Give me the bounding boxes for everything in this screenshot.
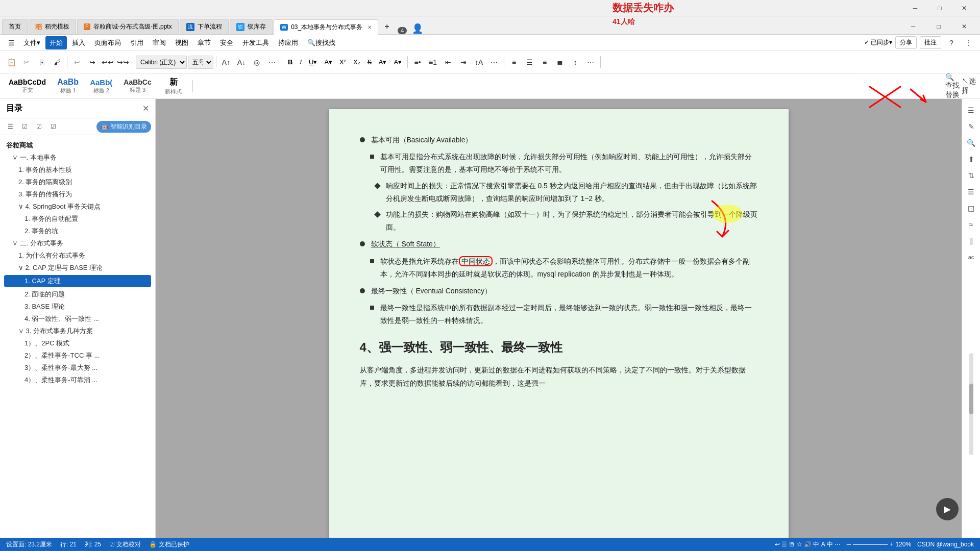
indent-right-btn[interactable]: ⇥ xyxy=(456,55,471,69)
help-btn[interactable]: ? xyxy=(944,36,959,50)
toc-item-basic-nature[interactable]: 1. 事务的基本性质 xyxy=(0,164,155,176)
menu-review[interactable]: 审阅 xyxy=(149,36,170,49)
toc-item-propagation[interactable]: 3. 事务的传播行为 xyxy=(0,188,155,201)
toc-item-cap[interactable]: 1. CAP 定理 xyxy=(4,275,151,287)
menu-dev[interactable]: 开发工具 xyxy=(238,36,273,49)
tab-current[interactable]: W 03_本地事务与分布式事务 ✕ xyxy=(274,19,378,35)
min-btn[interactable]: ─ xyxy=(901,19,925,34)
toc-check2-btn[interactable]: ☑ xyxy=(33,120,45,133)
sidebar-close-btn[interactable]: ✕ xyxy=(142,104,149,113)
menu-ref[interactable]: 引用 xyxy=(126,36,148,49)
tab-current-close[interactable]: ✕ xyxy=(368,24,372,30)
redo2-btn[interactable]: ↪↪ xyxy=(116,55,130,69)
underline-btn[interactable]: U▾ xyxy=(306,57,320,67)
more-format-btn[interactable]: ⋯ xyxy=(265,55,279,69)
toc-item-springboot[interactable]: ∨ 4. SpringBoot 事务关键点 xyxy=(0,201,155,213)
video-play-overlay[interactable]: ▶ xyxy=(936,498,959,520)
ai-toc-btn[interactable]: 🤖 智能识别目录 xyxy=(96,121,151,133)
style-normal[interactable]: AaBbCcDd 正文 xyxy=(4,75,51,97)
toc-section-distributed[interactable]: ∨ 二. 分布式事务 xyxy=(0,237,155,249)
paste-btn[interactable]: 📋 xyxy=(4,55,18,69)
menu-search[interactable]: 🔍搜找找 xyxy=(303,36,339,49)
tab-template[interactable]: 稻 稻壳模板 xyxy=(29,19,76,34)
tab-doc[interactable]: P 谷粒商城-分布式高级-图.pptx xyxy=(77,19,179,34)
right-up-btn[interactable]: ⬆ xyxy=(964,152,978,166)
scrollbar-thumb[interactable] xyxy=(969,384,973,414)
right-toc-btn[interactable]: ☰ xyxy=(964,103,978,117)
menu-file[interactable]: 文件▾ xyxy=(19,36,44,49)
increase-size-btn[interactable]: A↑ xyxy=(219,55,233,69)
font-color-btn[interactable]: A▾ xyxy=(321,57,335,67)
zoom-out-btn[interactable]: ─ xyxy=(847,541,851,548)
right-search-btn[interactable]: 🔍 xyxy=(964,136,978,150)
menu-security[interactable]: 安全 xyxy=(216,36,237,49)
copy-btn[interactable]: ⎘ xyxy=(35,55,49,69)
sync-btn[interactable]: ✓ 已同步▾ xyxy=(864,38,892,47)
redo-btn[interactable]: ↪ xyxy=(85,55,100,69)
menu-insert[interactable]: 插入 xyxy=(68,36,89,49)
toc-item-reliable[interactable]: 4）、柔性事务-可靠消 ... xyxy=(0,374,155,386)
align-center-btn[interactable]: ☰ xyxy=(522,55,536,69)
toc-item-autoconfig[interactable]: 1. 事务的自动配置 xyxy=(0,213,155,225)
subscript-btn[interactable]: X₂ xyxy=(350,57,363,67)
undo-btn[interactable]: ↩ xyxy=(70,55,84,69)
tab-flow[interactable]: 流 下单流程 xyxy=(180,19,229,34)
toc-section-local[interactable]: ∨ 一. 本地事务 xyxy=(0,152,155,164)
right-col-btn[interactable]: || xyxy=(964,234,978,248)
tab-lock[interactable]: 锁 锁库存 xyxy=(230,19,273,34)
font-size-selector[interactable]: 五号 xyxy=(188,56,213,69)
font-selector[interactable]: Calibri (正文) xyxy=(136,56,187,69)
toc-item-maxeffort[interactable]: 3）、柔性事务-最大努 ... xyxy=(0,362,155,374)
undo2-btn[interactable]: ↩↩ xyxy=(101,55,115,69)
right-list-btn[interactable]: ☰ xyxy=(964,185,978,199)
font-color2-btn[interactable]: A▾ xyxy=(390,57,405,67)
minimize-button[interactable]: ─ xyxy=(903,1,927,16)
tab-add-button[interactable]: + xyxy=(379,19,395,34)
close-button[interactable]: ✕ xyxy=(952,1,976,16)
bold-btn[interactable]: B xyxy=(285,57,296,67)
menu-layout[interactable]: 页面布局 xyxy=(90,36,125,49)
toc-item-cap-base[interactable]: ∨ 2. CAP 定理与 BASE 理论 xyxy=(0,262,155,274)
align-justify-btn[interactable]: ≣ xyxy=(553,55,567,69)
numbered-btn[interactable]: ≡1 xyxy=(426,55,440,69)
style-heading2[interactable]: AaBb( 标题 2 xyxy=(85,75,117,97)
find-replace-btn[interactable]: 🔍查找替换 xyxy=(945,79,960,93)
toc-view-btn[interactable]: ☰ xyxy=(4,120,16,133)
format-painter-btn[interactable]: 🖌 xyxy=(50,55,64,69)
menu-apps[interactable]: 持应用 xyxy=(274,36,302,49)
toc-item-tcc[interactable]: 2）、柔性事务-TCC 事 ... xyxy=(0,349,155,362)
cut-btn[interactable]: ✂ xyxy=(19,55,34,69)
line-spacing-btn[interactable]: ↕ xyxy=(568,55,582,69)
style-heading3[interactable]: AaBbCc 标题 3 xyxy=(119,75,156,97)
toc-item-pitfall[interactable]: 2. 事务的坑 xyxy=(0,225,155,237)
comment-btn[interactable]: 批注 xyxy=(920,36,941,49)
clear-format-btn[interactable]: ◎ xyxy=(250,55,264,69)
more-btn[interactable]: ⋮ xyxy=(962,36,976,50)
x-btn[interactable]: ✕ xyxy=(952,19,976,34)
maximize-button[interactable]: □ xyxy=(928,1,951,16)
right-scroll-btn[interactable]: ⇅ xyxy=(964,168,978,183)
menu-home[interactable]: 开始 xyxy=(45,36,67,49)
tab-home[interactable]: 首页 xyxy=(2,19,28,34)
toc-item-problems[interactable]: 2. 面临的问题 xyxy=(0,288,155,300)
zoom-in-btn[interactable]: + xyxy=(890,541,893,548)
align-left-btn[interactable]: ≡ xyxy=(507,55,521,69)
style-new[interactable]: 新 新样式 xyxy=(158,75,189,97)
highlight-btn[interactable]: A▾ xyxy=(376,57,390,67)
document-area[interactable]: 基本可用（Basically Available） 基本可用是指分布式系统在出现… xyxy=(156,99,962,538)
style-heading1[interactable]: AaBb 标题 1 xyxy=(53,75,83,97)
profile-icon[interactable]: 👤 xyxy=(412,23,423,34)
more-para-btn[interactable]: ⋯ xyxy=(583,55,598,69)
more-list-btn[interactable]: ⋯ xyxy=(487,55,501,69)
menu-chapter[interactable]: 章节 xyxy=(193,36,215,49)
indent-left-btn[interactable]: ⇤ xyxy=(441,55,455,69)
toc-item-base[interactable]: 3. BASE 理论 xyxy=(0,300,155,313)
right-wave-btn[interactable]: ≈ xyxy=(964,217,978,232)
sort-btn[interactable]: ↕A xyxy=(472,55,486,69)
toc-item-2pc[interactable]: 1）、2PC 模式 xyxy=(0,337,155,349)
superscript-btn[interactable]: X² xyxy=(336,57,349,67)
strikethrough-btn[interactable]: S̶ xyxy=(364,57,375,67)
toc-item-solutions[interactable]: ∨ 3. 分布式事务几种方案 xyxy=(0,325,155,337)
align-right-btn[interactable]: ≡ xyxy=(537,55,552,69)
toc-item-isolation[interactable]: 2. 事务的隔离级别 xyxy=(0,176,155,188)
